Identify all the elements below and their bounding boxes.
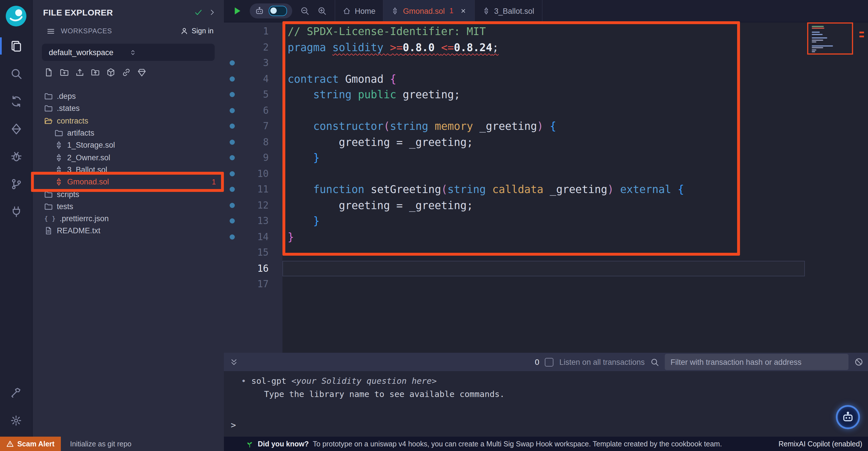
editor-tabbar: HomeGmonad.sol13_Ballot.sol: [224, 0, 868, 22]
upload-folder-icon: [91, 68, 100, 77]
init-git-repo-label: Initialize as git repo: [70, 440, 131, 448]
collapse-panel-button[interactable]: [208, 7, 216, 17]
hamburger-icon: [46, 27, 55, 35]
clear-console-icon[interactable]: [854, 357, 863, 367]
tip-text: To prototype on a uniswap v4 hooks, you …: [313, 440, 722, 448]
gem-button[interactable]: [137, 68, 146, 77]
sidebar-file-explorer-button[interactable]: [0, 32, 32, 60]
chevron-right-icon: [208, 9, 216, 17]
terminal-prompt[interactable]: >: [231, 420, 236, 430]
code-line: [288, 166, 684, 181]
panel-title: FILE EXPLORER: [43, 7, 188, 17]
workspace-selected-value: default_workspace: [49, 48, 129, 57]
upload-folder-button[interactable]: [91, 68, 100, 77]
terminal-search-icon[interactable]: [650, 358, 659, 366]
code-line: pragma solidity >=0.8.0 <=0.8.24;: [288, 39, 684, 55]
tree-item-scripts[interactable]: scripts: [33, 188, 224, 200]
warning-icon: [6, 440, 14, 448]
scam-alert-button[interactable]: Scam Alert: [0, 436, 61, 451]
sign-in-button[interactable]: Sign in: [180, 27, 214, 35]
run-script-button[interactable]: [232, 6, 242, 16]
tree-item-tests[interactable]: tests: [33, 200, 224, 213]
git-icon: [10, 178, 22, 190]
file-explorer-icon: [10, 40, 22, 52]
tree-item-contracts[interactable]: contracts: [33, 115, 224, 127]
tree-item-.deps[interactable]: .deps: [33, 90, 224, 103]
person-icon: [180, 27, 188, 35]
settings-icon: [10, 415, 22, 426]
terminal-output[interactable]: •sol-gpt <your Solidity question here> T…: [224, 371, 868, 436]
tab-close-button[interactable]: [460, 7, 467, 15]
tree-item-README.txt[interactable]: README.txt: [33, 225, 224, 237]
init-git-repo-button[interactable]: Initialize as git repo: [61, 436, 224, 451]
prohibit-icon: [854, 357, 863, 367]
upload-file-icon: [75, 68, 84, 77]
tree-item-artifacts[interactable]: artifacts: [33, 127, 224, 139]
tree-item-2_Owner.sol[interactable]: 2_Owner.sol: [33, 151, 224, 164]
tree-item-.states[interactable]: .states: [33, 103, 224, 115]
link-icon: [122, 68, 131, 77]
tree-item-label: 2_Owner.sol: [67, 153, 110, 162]
sidebar-plugin-manager-button[interactable]: [0, 198, 32, 225]
new-folder-button[interactable]: [60, 68, 69, 77]
new-file-button[interactable]: [44, 68, 53, 77]
minimap[interactable]: [808, 22, 857, 97]
code-editor[interactable]: 1234567891011121314151617 // SPDX-Licens…: [224, 22, 868, 353]
tree-item-.prettierrc.json[interactable]: { }.prettierrc.json: [33, 213, 224, 225]
zoom-out-icon: [300, 6, 309, 16]
sidebar-deploy-run-button[interactable]: [0, 115, 32, 142]
terminal-collapse-button[interactable]: [229, 358, 238, 366]
sidebar-solidity-compiler-button[interactable]: [0, 87, 32, 115]
link-button[interactable]: [122, 68, 131, 77]
workspaces-label: WORKSPACES: [61, 27, 175, 35]
workspace-check-button[interactable]: [194, 7, 203, 17]
copilot-status: RemixAI Copilot (enabled): [778, 436, 868, 451]
listen-all-transactions-checkbox[interactable]: [545, 358, 554, 366]
sidebar-search-button[interactable]: [0, 60, 32, 87]
tab-label: Home: [355, 7, 375, 15]
debugger-icon: [10, 150, 22, 162]
zoom-in-button[interactable]: [317, 6, 327, 16]
terminal-history-line: •sol-gpt <your Solidity question here>: [224, 371, 868, 386]
robot-icon: [842, 411, 854, 423]
workspace-selector[interactable]: default_workspace: [42, 44, 215, 61]
icon-sidebar: [0, 0, 32, 436]
zoom-in-icon: [317, 6, 327, 16]
tree-item-1_Storage.sol[interactable]: 1_Storage.sol: [33, 139, 224, 151]
search-icon: [10, 67, 22, 80]
upload-file-button[interactable]: [75, 68, 84, 77]
tree-item-label: contracts: [57, 116, 88, 125]
code-content[interactable]: // SPDX-License-Identifier: MITpragma so…: [288, 24, 684, 292]
cube-button[interactable]: [106, 68, 115, 77]
play-icon: [232, 6, 242, 16]
tree-item-Gmonad.sol[interactable]: Gmonad.sol1: [33, 176, 224, 188]
folder-icon: [44, 202, 53, 211]
tree-item-label: .deps: [57, 92, 76, 101]
workspaces-menu-button[interactable]: [46, 27, 55, 35]
code-line: }: [288, 213, 684, 229]
solidity-icon: [55, 177, 63, 186]
sidebar-settings-button[interactable]: [0, 407, 32, 434]
code-line: }: [288, 229, 684, 245]
sidebar-tools-button[interactable]: [0, 379, 32, 407]
solidity-icon: [55, 166, 63, 174]
ai-copilot-toggle[interactable]: [269, 6, 287, 16]
tree-item-3_Ballot.sol[interactable]: 3_Ballot.sol: [33, 164, 224, 176]
folder-icon: [44, 92, 53, 101]
remix-logo[interactable]: [0, 0, 32, 32]
tab-Gmonad.sol[interactable]: Gmonad.sol1: [383, 0, 475, 22]
tab-Home[interactable]: Home: [335, 0, 383, 22]
transaction-filter-input[interactable]: [665, 354, 848, 370]
tools-icon: [10, 387, 22, 399]
code-line: [288, 55, 684, 71]
zoom-out-button[interactable]: [300, 6, 309, 16]
tab-3_Ballot.sol[interactable]: 3_Ballot.sol: [475, 0, 542, 22]
scrollbar-error-mark: [859, 36, 864, 37]
remix-ai-assistant-button[interactable]: [836, 405, 860, 429]
file-explorer-panel: FILE EXPLORER WORKSPACES Sign in default…: [32, 0, 224, 436]
sidebar-debugger-button[interactable]: [0, 142, 32, 170]
solidity-icon: [55, 153, 63, 162]
remix-logo[interactable]: [5, 5, 28, 28]
sidebar-git-button[interactable]: [0, 170, 32, 198]
robot-icon-slot: [255, 6, 264, 16]
